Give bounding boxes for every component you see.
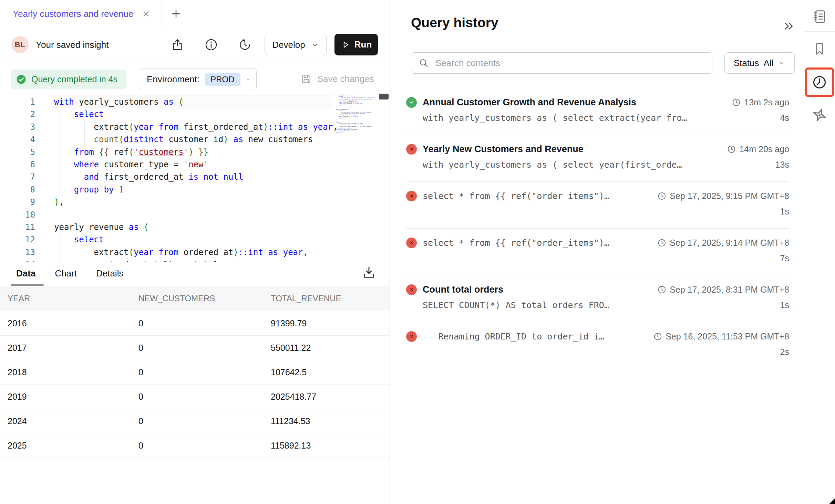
environment-selector[interactable]: Environment: PROD [139,69,257,90]
query-history-item[interactable]: Count total ordersSep 17, 2025, 8:31 PM … [406,275,789,322]
query-timestamp: Sep 16, 2025, 11:53 PM GMT+8 [646,332,789,342]
table-row[interactable]: 201902025418.77 [0,385,390,409]
tab-bar: Yearly customers and revenue [0,0,390,28]
table-row[interactable]: 20170550011.22 [0,336,390,360]
table-cell: 0 [138,343,271,353]
chevron-down-icon [246,75,250,84]
column-header-year: YEAR [8,294,138,303]
rail-button-notes[interactable] [811,8,828,25]
table-row[interactable]: 20180107642.5 [0,360,390,385]
table-body: 2016091399.7920170550011.2220180107642.5… [0,311,390,458]
search-box [411,52,713,74]
column-header-total-revenue: TOTAL_REVENUE [271,294,390,303]
save-icon [300,73,312,85]
table-row[interactable]: 20250115892.13 [0,433,390,458]
error-status-icon [406,191,417,201]
download-button[interactable] [362,265,378,281]
develop-label: Develop [272,40,305,50]
table-cell: 0 [138,441,271,451]
minimap[interactable]: with yearly_customers as ( select extrac… [336,94,378,133]
run-button[interactable]: Run [334,34,378,55]
save-changes-button[interactable]: Save changes [300,73,374,85]
line-number: 4 [10,133,35,146]
notebook-icon [812,9,827,24]
clock-icon [657,191,667,201]
table-cell: 2025 [8,441,138,451]
clock-icon [732,98,741,107]
code-line: count(distinct customer_id) as new_custo… [54,133,338,146]
rail-button-explore[interactable] [811,107,828,123]
info-button[interactable] [203,37,219,53]
collapse-panel-icon[interactable] [783,20,796,34]
sql-editor[interactable]: 1234567891011121314151617181920212223242… [0,93,390,262]
line-number: 3 [10,121,35,133]
table-cell: 2018 [8,367,138,377]
table-cell: 2016 [8,318,138,328]
new-tab-button[interactable] [170,8,182,20]
query-title: Count total orders [423,284,503,295]
resize-corner [829,498,835,504]
query-history-item[interactable]: Annual Customer Growth and Revenue Analy… [406,88,789,135]
editor-scrollbar[interactable] [379,94,389,99]
rail-button-bookmarks[interactable] [811,41,828,57]
search-input[interactable] [435,53,708,73]
line-number: 5 [10,146,35,158]
table-cell: 2019 [8,392,138,402]
query-duration: 7s [780,253,789,263]
code-line: and first_ordered_at is not null [54,171,338,183]
line-number: 11 [10,221,35,233]
query-timestamp: 13m 2s ago [725,97,789,107]
tab-details[interactable]: Details [96,268,123,279]
insight-header: BL Your saved insight Develop Run [0,28,390,62]
tab-data[interactable]: Data [16,268,35,279]
develop-button[interactable]: Develop [265,34,327,56]
query-duration: 1s [780,300,789,310]
query-title: select * from {{ ref("order_items")… [423,238,609,248]
line-number: 12 [10,233,35,246]
query-history-item[interactable]: -- Renaming ORDER_ID to order_id i…Sep 1… [406,322,789,369]
table-cell: 0 [138,416,271,426]
table-cell: 111234.53 [271,416,390,426]
code-line: select [54,108,338,120]
code-line: where customer_type = 'new' [54,158,338,171]
query-title: select * from {{ ref("order_items")… [423,191,609,201]
line-number: 6 [10,158,35,171]
tab-yearly-customers[interactable]: Yearly customers and revenue [13,0,151,28]
query-history-item[interactable]: select * from {{ ref("order_items")…Sep … [406,229,789,275]
avatar[interactable]: BL [11,36,29,53]
table-row[interactable]: 20240111234.53 [0,409,390,433]
bookmark-icon [812,41,827,56]
code-line: extract(year from ordered_at)::int as ye… [54,246,338,259]
editor-code[interactable]: with yearly_customers as ( select extrac… [54,96,338,262]
query-history-item[interactable]: select * from {{ ref("order_items")…Sep … [406,182,789,229]
tab-divider [162,0,162,28]
version-history-button[interactable] [237,37,253,53]
table-cell: 107642.5 [271,367,390,377]
query-snippet: SELECT COUNT(*) AS total_orders FRO… [423,300,609,310]
close-tab-icon[interactable] [141,9,151,19]
query-duration: 1s [780,207,789,217]
clock-icon [657,285,667,294]
table-cell: 115892.13 [271,441,390,451]
line-number: 8 [10,183,35,196]
code-line: with yearly_customers as ( [54,96,338,108]
query-status-text: Query completed in 4s [31,74,117,84]
tab-chart[interactable]: Chart [55,268,77,279]
status-filter-label: Status [734,58,759,69]
status-filter-button[interactable]: Status All [724,52,795,74]
editor-gutter: 1234567891011121314151617181920212223242… [10,96,35,262]
query-duration: 2s [780,347,789,357]
line-number: 1 [10,96,35,108]
share-button[interactable] [169,37,185,53]
query-history-item[interactable]: Yearly New Customers and Revenue14m 20s … [406,135,789,182]
table-row[interactable]: 2016091399.79 [0,311,390,336]
app-window: Yearly customers and revenue BL Your sav… [0,0,835,504]
run-label: Run [354,39,372,50]
tab-title: Yearly customers and revenue [13,9,133,19]
chevron-down-icon [778,59,785,67]
rail-divider [803,132,835,132]
error-status-icon [406,238,417,248]
rail-button-query-history[interactable] [805,67,834,97]
line-number: 14 [10,259,35,262]
query-status-pill: Query completed in 4s [11,70,126,89]
